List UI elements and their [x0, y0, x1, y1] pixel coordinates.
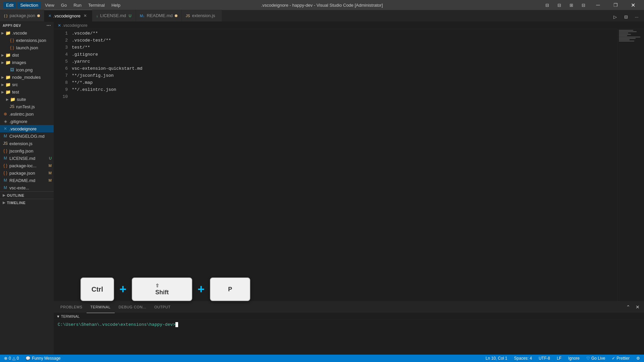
folder-node-modules[interactable]: ▶ 📁 node_modules	[0, 73, 54, 81]
panel-tab-output[interactable]: OUTPUT	[150, 301, 175, 313]
menu-run[interactable]: Run	[71, 2, 84, 8]
tab-license-md[interactable]: ↓ LICENSE.md U	[92, 10, 136, 21]
error-count: 0	[9, 356, 11, 361]
new-file-icon[interactable]: ···	[47, 23, 51, 28]
shift-arrow-icon: ⇧	[155, 283, 159, 288]
menu-edit[interactable]: Edit	[3, 2, 16, 8]
folder-test[interactable]: ▶ 📁 test	[0, 88, 54, 96]
file-label: extension.js	[9, 141, 33, 146]
outline-chevron: ▶	[3, 193, 6, 197]
tab-vscodeignore[interactable]: ✕ .vscodeignore ✕	[44, 10, 92, 21]
timeline-section[interactable]: ▶ TIMELINE	[0, 199, 54, 206]
folder-images[interactable]: ▶ 📁 images	[0, 59, 54, 66]
terminal-tab-bar: ▼ TERMINAL	[54, 313, 644, 319]
status-spaces[interactable]: Spaces: 4	[513, 355, 533, 362]
folder-vscode[interactable]: ▶ 📁 .vscode	[0, 29, 54, 37]
run-button[interactable]: ▷	[610, 12, 620, 21]
file-icon: { }	[9, 38, 15, 43]
file-label: vsc-exte...	[9, 185, 29, 190]
key-shift: ⇧ Shift	[132, 278, 192, 301]
menu-go[interactable]: Go	[58, 2, 69, 8]
file-launch-json[interactable]: { } launch.json	[0, 44, 54, 51]
status-golive[interactable]: ♡ Go Live	[585, 355, 606, 362]
status-encoding[interactable]: UTF-8	[537, 355, 551, 362]
panel-close-button[interactable]: ✕	[634, 303, 641, 311]
status-settings[interactable]: ⚙	[635, 355, 641, 362]
folder-icon: 📁	[5, 82, 11, 87]
tabs-bar: { } package.json ✕ .vscodeignore ✕ ↓ LIC…	[0, 10, 644, 22]
encoding-text: UTF-8	[539, 356, 550, 361]
outline-label: OUTLINE	[7, 193, 24, 197]
file-label: README.md	[9, 178, 35, 183]
prettier-icon: ✓	[612, 356, 615, 361]
restore-button[interactable]: ❐	[608, 0, 623, 10]
file-vscodeignore[interactable]: ✕ .vscodeignore	[0, 125, 54, 132]
file-gitignore[interactable]: ◈ .gitignore	[0, 118, 54, 125]
menu-view[interactable]: View	[42, 2, 57, 8]
icon-layout1[interactable]: ⊟	[542, 0, 552, 10]
tab-readme-md[interactable]: M↓ README.md	[136, 10, 182, 21]
split-editor-button[interactable]: ⊟	[621, 12, 631, 21]
panel-tab-problems[interactable]: PROBLEMS	[56, 301, 87, 313]
more-actions-button[interactable]: ···	[632, 12, 641, 21]
close-button[interactable]: ✕	[625, 0, 641, 10]
terminal-prompt-path: C:\Users\Shehan\.vscode\extensions\happy…	[58, 322, 175, 327]
status-prettier[interactable]: ✓ Prettier	[610, 355, 631, 362]
folder-suite[interactable]: ▶ 📁 suite	[0, 96, 54, 103]
line-numbers: 1 2 3 4 5 6 7 8 9 10	[54, 29, 70, 301]
status-message[interactable]: 💬 C:\Users\Shehan\.vscode\extensions\hap…	[24, 355, 62, 362]
code-line-4: .gitignore	[70, 51, 617, 58]
folder-dist[interactable]: ▶ 📁 dist	[0, 51, 54, 59]
chevron-icon: ▶	[1, 90, 4, 94]
explorer-title-text: APPY-DEV	[3, 24, 21, 27]
folder-src[interactable]: ▶ 📁 src	[0, 81, 54, 88]
spaces-text: Spaces: 4	[514, 356, 532, 361]
file-label: jsconfig.json	[9, 148, 34, 154]
status-language[interactable]: Ignore	[567, 355, 581, 362]
file-readme-md[interactable]: M README.md M	[0, 177, 54, 184]
file-vsc-exte[interactable]: M vsc-exte...	[0, 184, 54, 191]
status-ln-col[interactable]: Ln 10, Col 1	[484, 355, 509, 362]
code-line-1: .vscode/**	[70, 30, 617, 37]
menu-selection[interactable]: Selection	[17, 2, 41, 8]
tab-extension-js[interactable]: JS extension.js	[182, 10, 222, 21]
outline-section[interactable]: ▶ OUTLINE	[0, 191, 54, 199]
file-changelog-md[interactable]: M CHANGELOG.md	[0, 132, 54, 140]
menu-terminal[interactable]: Terminal	[86, 2, 107, 8]
file-icon: 🖼	[9, 67, 15, 72]
file-jsconfig-json[interactable]: { } jsconfig.json	[0, 147, 54, 155]
language-text: Ignore	[568, 356, 580, 361]
code-editor[interactable]: .vscode/** .vscode-test/** test/** .giti…	[70, 29, 617, 301]
main-layout: APPY-DEV ··· ▶ 📁 .vscode { } extensions.…	[0, 22, 644, 355]
panel-tab-terminal[interactable]: TERMINAL	[87, 301, 115, 313]
panel-maximize-button[interactable]: ⌃	[625, 303, 632, 311]
file-extension-js[interactable]: JS extension.js	[0, 140, 54, 147]
terminal-content[interactable]: C:\Users\Shehan\.vscode\extensions\happy…	[54, 319, 644, 355]
file-package-json[interactable]: { } package.json M	[0, 169, 54, 177]
menu-help[interactable]: Help	[109, 2, 123, 8]
terminal-instance[interactable]: ▼ TERMINAL	[56, 314, 79, 318]
file-icon-png[interactable]: 🖼 icon.png	[0, 66, 54, 73]
panel-area: PROBLEMS TERMINAL DEBUG CON... OUTPUT ⌃ …	[54, 301, 644, 355]
file-license-md[interactable]: M LICENSE.md U	[0, 155, 54, 162]
tab-package-json[interactable]: { } package.json	[0, 10, 44, 21]
message-icon: 💬	[25, 356, 31, 361]
file-extensions-json[interactable]: { } extensions.json	[0, 37, 54, 44]
file-icon: JS	[3, 141, 8, 146]
badge-m-readme: M	[49, 178, 52, 182]
icon-layout3[interactable]: ⊞	[566, 0, 576, 10]
file-runtest-js[interactable]: JS runTest.js	[0, 103, 54, 110]
tab-modified-dot	[37, 14, 40, 17]
file-package-loc[interactable]: { } package-loc... M	[0, 162, 54, 169]
icon-layout2[interactable]: ⊟	[554, 0, 564, 10]
file-eslintrc-json[interactable]: ⊗ .eslintrc.json	[0, 110, 54, 118]
icon-settings[interactable]: ⊟	[578, 0, 588, 10]
status-eol[interactable]: LF	[555, 355, 563, 362]
panel-tab-debug[interactable]: DEBUG CON...	[115, 301, 150, 313]
minimize-button[interactable]: ─	[590, 0, 606, 10]
status-errors[interactable]: ⊗ 0 △ 0	[3, 355, 20, 362]
breadcrumb-icon: ✕	[58, 23, 61, 28]
tab-label-extension-js: extension.js	[192, 13, 215, 18]
tab-close-vscodeignore[interactable]: ✕	[83, 13, 88, 18]
status-bar: ⊗ 0 △ 0 💬 C:\Users\Shehan\.vscode\extens…	[0, 355, 644, 362]
